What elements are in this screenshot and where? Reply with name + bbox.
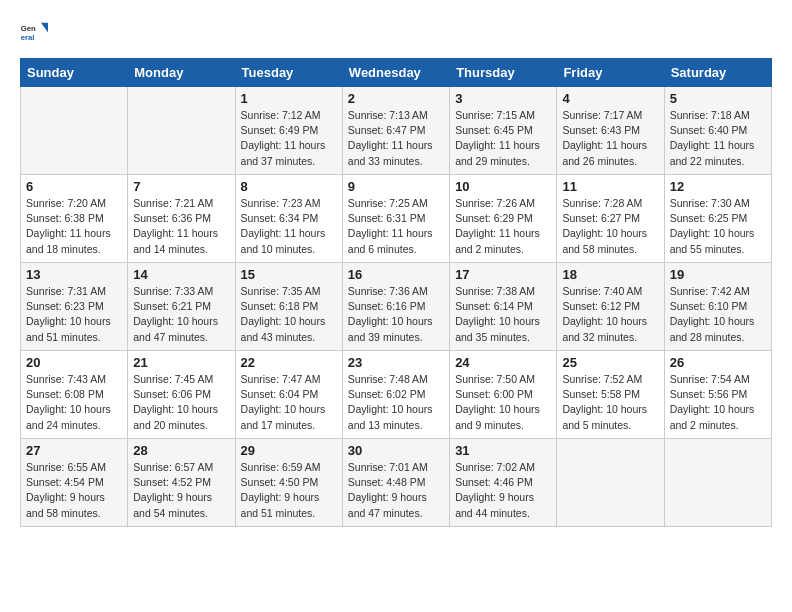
calendar-cell: 31Sunrise: 7:02 AM Sunset: 4:46 PM Dayli… [450, 439, 557, 527]
calendar-cell [21, 87, 128, 175]
day-number: 27 [26, 443, 122, 458]
day-info: Sunrise: 7:23 AM Sunset: 6:34 PM Dayligh… [241, 196, 337, 257]
day-number: 28 [133, 443, 229, 458]
calendar-week-row: 1Sunrise: 7:12 AM Sunset: 6:49 PM Daylig… [21, 87, 772, 175]
day-number: 22 [241, 355, 337, 370]
day-number: 1 [241, 91, 337, 106]
calendar-cell: 14Sunrise: 7:33 AM Sunset: 6:21 PM Dayli… [128, 263, 235, 351]
day-info: Sunrise: 7:20 AM Sunset: 6:38 PM Dayligh… [26, 196, 122, 257]
day-info: Sunrise: 7:54 AM Sunset: 5:56 PM Dayligh… [670, 372, 766, 433]
calendar-cell: 24Sunrise: 7:50 AM Sunset: 6:00 PM Dayli… [450, 351, 557, 439]
calendar-header-row: SundayMondayTuesdayWednesdayThursdayFrid… [21, 59, 772, 87]
day-number: 13 [26, 267, 122, 282]
day-number: 17 [455, 267, 551, 282]
calendar-cell: 5Sunrise: 7:18 AM Sunset: 6:40 PM Daylig… [664, 87, 771, 175]
svg-text:Gen: Gen [21, 24, 36, 33]
calendar-cell: 10Sunrise: 7:26 AM Sunset: 6:29 PM Dayli… [450, 175, 557, 263]
day-info: Sunrise: 7:18 AM Sunset: 6:40 PM Dayligh… [670, 108, 766, 169]
day-info: Sunrise: 7:17 AM Sunset: 6:43 PM Dayligh… [562, 108, 658, 169]
day-number: 12 [670, 179, 766, 194]
day-info: Sunrise: 7:40 AM Sunset: 6:12 PM Dayligh… [562, 284, 658, 345]
day-number: 21 [133, 355, 229, 370]
calendar-cell: 25Sunrise: 7:52 AM Sunset: 5:58 PM Dayli… [557, 351, 664, 439]
calendar-cell: 12Sunrise: 7:30 AM Sunset: 6:25 PM Dayli… [664, 175, 771, 263]
day-number: 30 [348, 443, 444, 458]
day-info: Sunrise: 6:57 AM Sunset: 4:52 PM Dayligh… [133, 460, 229, 521]
calendar-cell: 23Sunrise: 7:48 AM Sunset: 6:02 PM Dayli… [342, 351, 449, 439]
day-info: Sunrise: 7:38 AM Sunset: 6:14 PM Dayligh… [455, 284, 551, 345]
day-number: 10 [455, 179, 551, 194]
day-number: 6 [26, 179, 122, 194]
day-info: Sunrise: 7:36 AM Sunset: 6:16 PM Dayligh… [348, 284, 444, 345]
header-day-saturday: Saturday [664, 59, 771, 87]
day-number: 26 [670, 355, 766, 370]
calendar-cell: 18Sunrise: 7:40 AM Sunset: 6:12 PM Dayli… [557, 263, 664, 351]
logo: Gen eral [20, 20, 52, 48]
day-number: 31 [455, 443, 551, 458]
calendar-cell: 7Sunrise: 7:21 AM Sunset: 6:36 PM Daylig… [128, 175, 235, 263]
day-info: Sunrise: 7:25 AM Sunset: 6:31 PM Dayligh… [348, 196, 444, 257]
calendar-cell: 28Sunrise: 6:57 AM Sunset: 4:52 PM Dayli… [128, 439, 235, 527]
day-number: 16 [348, 267, 444, 282]
day-number: 2 [348, 91, 444, 106]
day-info: Sunrise: 6:55 AM Sunset: 4:54 PM Dayligh… [26, 460, 122, 521]
day-info: Sunrise: 7:12 AM Sunset: 6:49 PM Dayligh… [241, 108, 337, 169]
day-number: 24 [455, 355, 551, 370]
calendar-cell: 8Sunrise: 7:23 AM Sunset: 6:34 PM Daylig… [235, 175, 342, 263]
calendar-cell: 4Sunrise: 7:17 AM Sunset: 6:43 PM Daylig… [557, 87, 664, 175]
day-number: 15 [241, 267, 337, 282]
day-info: Sunrise: 7:35 AM Sunset: 6:18 PM Dayligh… [241, 284, 337, 345]
header-day-thursday: Thursday [450, 59, 557, 87]
header: Gen eral [20, 20, 772, 48]
calendar-cell: 20Sunrise: 7:43 AM Sunset: 6:08 PM Dayli… [21, 351, 128, 439]
calendar-cell [128, 87, 235, 175]
day-number: 7 [133, 179, 229, 194]
day-info: Sunrise: 7:13 AM Sunset: 6:47 PM Dayligh… [348, 108, 444, 169]
header-day-monday: Monday [128, 59, 235, 87]
day-number: 3 [455, 91, 551, 106]
calendar-cell [664, 439, 771, 527]
day-number: 29 [241, 443, 337, 458]
day-info: Sunrise: 7:48 AM Sunset: 6:02 PM Dayligh… [348, 372, 444, 433]
header-day-wednesday: Wednesday [342, 59, 449, 87]
calendar-cell: 1Sunrise: 7:12 AM Sunset: 6:49 PM Daylig… [235, 87, 342, 175]
calendar-week-row: 27Sunrise: 6:55 AM Sunset: 4:54 PM Dayli… [21, 439, 772, 527]
calendar-table: SundayMondayTuesdayWednesdayThursdayFrid… [20, 58, 772, 527]
header-day-friday: Friday [557, 59, 664, 87]
day-info: Sunrise: 7:01 AM Sunset: 4:48 PM Dayligh… [348, 460, 444, 521]
day-info: Sunrise: 7:02 AM Sunset: 4:46 PM Dayligh… [455, 460, 551, 521]
calendar-cell: 3Sunrise: 7:15 AM Sunset: 6:45 PM Daylig… [450, 87, 557, 175]
calendar-cell: 17Sunrise: 7:38 AM Sunset: 6:14 PM Dayli… [450, 263, 557, 351]
calendar-cell: 22Sunrise: 7:47 AM Sunset: 6:04 PM Dayli… [235, 351, 342, 439]
day-info: Sunrise: 7:30 AM Sunset: 6:25 PM Dayligh… [670, 196, 766, 257]
day-number: 14 [133, 267, 229, 282]
day-info: Sunrise: 7:21 AM Sunset: 6:36 PM Dayligh… [133, 196, 229, 257]
day-number: 25 [562, 355, 658, 370]
day-number: 20 [26, 355, 122, 370]
day-info: Sunrise: 7:47 AM Sunset: 6:04 PM Dayligh… [241, 372, 337, 433]
calendar-cell: 16Sunrise: 7:36 AM Sunset: 6:16 PM Dayli… [342, 263, 449, 351]
day-number: 18 [562, 267, 658, 282]
calendar-cell: 29Sunrise: 6:59 AM Sunset: 4:50 PM Dayli… [235, 439, 342, 527]
svg-marker-3 [41, 23, 48, 33]
day-number: 23 [348, 355, 444, 370]
calendar-cell: 9Sunrise: 7:25 AM Sunset: 6:31 PM Daylig… [342, 175, 449, 263]
calendar-cell: 19Sunrise: 7:42 AM Sunset: 6:10 PM Dayli… [664, 263, 771, 351]
day-info: Sunrise: 7:28 AM Sunset: 6:27 PM Dayligh… [562, 196, 658, 257]
header-day-sunday: Sunday [21, 59, 128, 87]
calendar-cell: 2Sunrise: 7:13 AM Sunset: 6:47 PM Daylig… [342, 87, 449, 175]
day-info: Sunrise: 7:26 AM Sunset: 6:29 PM Dayligh… [455, 196, 551, 257]
header-day-tuesday: Tuesday [235, 59, 342, 87]
day-info: Sunrise: 7:45 AM Sunset: 6:06 PM Dayligh… [133, 372, 229, 433]
day-number: 5 [670, 91, 766, 106]
day-info: Sunrise: 7:43 AM Sunset: 6:08 PM Dayligh… [26, 372, 122, 433]
calendar-cell: 6Sunrise: 7:20 AM Sunset: 6:38 PM Daylig… [21, 175, 128, 263]
calendar-cell [557, 439, 664, 527]
calendar-week-row: 20Sunrise: 7:43 AM Sunset: 6:08 PM Dayli… [21, 351, 772, 439]
calendar-cell: 27Sunrise: 6:55 AM Sunset: 4:54 PM Dayli… [21, 439, 128, 527]
calendar-cell: 15Sunrise: 7:35 AM Sunset: 6:18 PM Dayli… [235, 263, 342, 351]
day-info: Sunrise: 7:50 AM Sunset: 6:00 PM Dayligh… [455, 372, 551, 433]
day-number: 4 [562, 91, 658, 106]
day-info: Sunrise: 7:31 AM Sunset: 6:23 PM Dayligh… [26, 284, 122, 345]
calendar-week-row: 6Sunrise: 7:20 AM Sunset: 6:38 PM Daylig… [21, 175, 772, 263]
